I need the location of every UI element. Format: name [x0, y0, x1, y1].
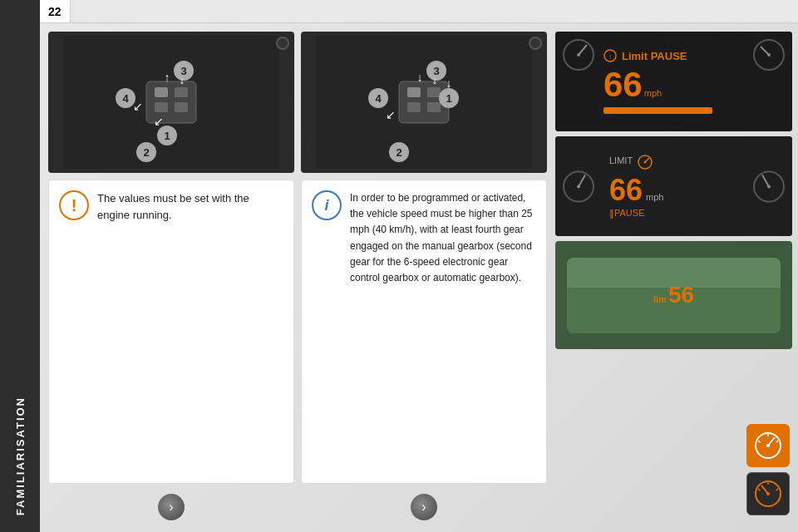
svg-line-58	[758, 441, 761, 442]
nav-arrow-next-left[interactable]: ›	[158, 494, 185, 520]
diagram-right: 3 4 1 2 ↓ ↓ ↓ ↙	[301, 32, 547, 173]
speedometer-dark-icon	[753, 479, 783, 509]
svg-text:1: 1	[164, 130, 170, 142]
gauge-middle-right	[752, 164, 786, 209]
svg-rect-23	[427, 102, 441, 112]
instr-unit: mph	[646, 192, 663, 202]
info-box: i In order to be programmed or activated…	[301, 180, 547, 484]
lcd-top-unit: mph	[644, 88, 662, 98]
svg-text:4: 4	[122, 92, 129, 105]
svg-text:↓: ↓	[417, 71, 423, 84]
diagram-left: 3 4 1 2 ↓ ↑ ↙ ↙	[48, 32, 294, 173]
limit-icon-top: !	[603, 49, 617, 62]
svg-text:↙: ↙	[154, 115, 164, 128]
instrument-hud: lim 56	[555, 241, 792, 349]
svg-text:!: !	[609, 53, 611, 61]
warning-icon: !	[59, 190, 89, 220]
diagram-left-svg: 3 4 1 2 ↓ ↑ ↙ ↙	[63, 36, 279, 169]
content-area: 3 4 1 2 ↓ ↑ ↙ ↙	[40, 23, 798, 532]
camera-icon	[276, 37, 289, 50]
gauge-right-icon	[752, 38, 786, 71]
svg-point-38	[577, 53, 580, 57]
svg-text:↙: ↙	[386, 108, 396, 121]
page-number: 22	[40, 0, 71, 22]
svg-line-57	[776, 441, 779, 442]
lcd-top-speed: 66	[603, 67, 643, 102]
svg-point-61	[766, 492, 770, 495]
nav-row-right: ›	[301, 490, 547, 524]
gauge-left-icon	[562, 38, 595, 71]
instrument-top: ! Limit PAUSE 66 mph	[555, 32, 792, 131]
svg-point-55	[766, 444, 770, 447]
svg-text:2: 2	[143, 146, 149, 159]
nav-arrow-next-right[interactable]: ›	[411, 494, 437, 520]
svg-line-64	[758, 489, 761, 490]
svg-rect-4	[155, 102, 168, 112]
speedo-small-icon	[638, 155, 653, 170]
svg-text:↑: ↑	[165, 71, 170, 84]
svg-text:↓: ↓	[180, 73, 185, 86]
instr-speed: 66	[609, 173, 643, 208]
top-bar: 22	[40, 0, 798, 23]
svg-rect-3	[175, 87, 188, 97]
info-boxes-row: ! The values must be set with the engine…	[48, 180, 547, 524]
hud-display: lim 56	[567, 258, 781, 333]
instr-label1: LIMIT	[609, 155, 633, 165]
svg-text:2: 2	[396, 146, 401, 159]
small-icon-dark	[746, 472, 790, 515]
svg-rect-22	[407, 102, 421, 112]
left-panels: 3 4 1 2 ↓ ↑ ↙ ↙	[40, 23, 555, 532]
instrument-middle: LIMIT 66 mph ‖PAUSE	[555, 136, 792, 236]
lcd-top-label: Limit PAUSE	[622, 50, 687, 62]
instr-middle-content: LIMIT 66 mph ‖PAUSE	[555, 136, 792, 236]
svg-point-49	[644, 160, 647, 163]
svg-rect-20	[407, 87, 421, 97]
info-text: In order to be programmed or activated, …	[350, 190, 536, 286]
svg-rect-2	[155, 87, 168, 97]
svg-text:↓: ↓	[446, 76, 452, 90]
sidebar: FAMILIARISATION	[0, 0, 40, 532]
svg-line-45	[579, 175, 585, 187]
main-content: 22	[40, 0, 798, 532]
gauge-middle-left	[562, 164, 595, 209]
info-icon: i	[312, 190, 342, 220]
hud-limit-text: lim	[653, 294, 667, 304]
svg-point-46	[577, 185, 580, 189]
hud-speed: 56	[668, 282, 694, 308]
svg-text:↙: ↙	[133, 100, 143, 113]
svg-point-52	[767, 185, 771, 189]
svg-line-51	[762, 175, 769, 187]
speedometer-orange-icon	[753, 431, 783, 461]
svg-line-63	[776, 489, 779, 490]
svg-point-43	[767, 53, 771, 57]
warning-box: ! The values must be set with the engine…	[48, 180, 294, 484]
svg-line-42	[761, 47, 769, 55]
small-icons-panel	[746, 424, 790, 515]
nav-row-left: ›	[48, 490, 294, 524]
svg-line-37	[579, 45, 587, 55]
camera-icon-2	[529, 37, 542, 50]
lcd-top: ! Limit PAUSE 66 mph	[555, 32, 792, 131]
svg-rect-5	[175, 102, 188, 112]
diagram-right-svg: 3 4 1 2 ↓ ↓ ↓ ↙	[316, 36, 532, 169]
svg-text:↓: ↓	[432, 73, 438, 86]
images-row: 3 4 1 2 ↓ ↑ ↙ ↙	[48, 32, 547, 173]
svg-text:4: 4	[375, 92, 382, 105]
small-icon-orange	[746, 424, 790, 467]
svg-text:1: 1	[446, 92, 451, 105]
section-label: FAMILIARISATION	[14, 397, 27, 515]
warning-text: The values must be set with the engine r…	[97, 190, 283, 223]
svg-rect-21	[427, 87, 441, 97]
